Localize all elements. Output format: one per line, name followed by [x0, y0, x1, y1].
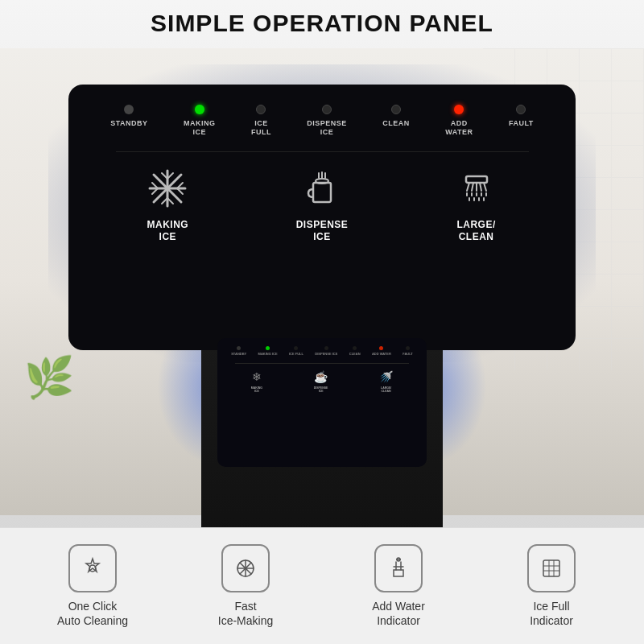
small-ice-full-dot	[294, 346, 298, 350]
large-clean-button[interactable]: LARGE/CLEAN	[454, 167, 498, 244]
indicator-standby: STANDBY	[110, 105, 147, 137]
small-add-water-label: ADD WATER	[372, 352, 391, 356]
small-add-water: ADD WATER	[372, 346, 391, 356]
svg-rect-12	[313, 183, 331, 202]
small-dispense-btn: ☕ DISPENSEICE	[314, 370, 328, 393]
small-making-ice-btn: ❄ MAKINGICE	[251, 370, 262, 393]
feature-ice-full-indicator: Ice FullIndicator	[481, 544, 622, 628]
svg-rect-40	[543, 560, 559, 576]
panel-divider	[116, 151, 529, 152]
add-water-dot	[454, 105, 464, 114]
indicator-row: STANDBY MAKINGICE ICEFULL DISPENSEICE CL…	[93, 101, 551, 137]
fault-label: FAULT	[509, 119, 534, 128]
svg-line-21	[480, 183, 481, 191]
add-water-indicator-label: Add WaterIndicator	[372, 599, 425, 628]
small-making-ice-btn-label: MAKINGICE	[251, 386, 262, 393]
small-dispense: DISPENSE ICE	[315, 346, 337, 356]
standby-dot	[124, 105, 134, 114]
svg-line-22	[484, 183, 486, 191]
ice-full-indicator-label: Ice FullIndicator	[530, 599, 573, 628]
indicator-fault: FAULT	[509, 105, 534, 137]
snowflake-icon	[146, 167, 190, 211]
fault-dot	[516, 105, 526, 114]
ice-full-dot	[256, 105, 266, 114]
small-indicator-row: STANDBY MAKING ICE ICE FULL DISPENSE ICE…	[225, 346, 419, 356]
small-button-row: ❄ MAKINGICE ☕ DISPENSEICE 🚿 LARGE/CLEAN	[225, 370, 419, 393]
feature-bar: One ClickAuto Cleaning FastIce-Making	[0, 527, 644, 644]
standby-label: STANDBY	[110, 119, 147, 128]
indicator-ice-full: ICEFULL	[251, 105, 271, 137]
indicator-dispense-ice: DISPENSEICE	[307, 105, 347, 137]
making-ice-button-label: MAKINGICE	[147, 219, 189, 244]
small-standby: STANDBY	[231, 346, 246, 356]
button-row: MAKINGICE DISPENSEICE	[93, 167, 551, 244]
clean-dot	[391, 105, 401, 114]
making-ice-dot	[195, 105, 204, 114]
dispense-ice-button[interactable]: DISPENSEICE	[296, 167, 349, 244]
add-water-indicator-icon-box	[374, 544, 423, 592]
page-title: SIMPLE OPERATION PANEL	[0, 10, 644, 37]
large-clean-button-label: LARGE/CLEAN	[456, 219, 495, 244]
small-fault-dot	[406, 346, 410, 350]
feature-auto-cleaning: One ClickAuto Cleaning	[23, 544, 163, 628]
making-ice-label: MAKINGICE	[184, 119, 216, 137]
small-panel: STANDBY MAKING ICE ICE FULL DISPENSE ICE…	[217, 338, 427, 467]
svg-point-13	[316, 179, 328, 184]
plant-decoration: 🌿	[24, 354, 74, 401]
clean-label: CLEAN	[382, 119, 410, 128]
svg-rect-17	[466, 176, 487, 183]
fast-ice-making-icon-box	[221, 544, 270, 592]
auto-cleaning-icon-box	[68, 544, 117, 592]
indicator-add-water: ADDWATER	[445, 105, 473, 137]
small-fault: FAULT	[402, 346, 413, 356]
small-fault-label: FAULT	[402, 352, 413, 356]
small-making-ice-label: MAKING ICE	[258, 352, 278, 356]
shower-icon	[454, 167, 498, 211]
fast-ice-making-label: FastIce-Making	[218, 599, 273, 628]
making-ice-button[interactable]: MAKINGICE	[146, 167, 190, 244]
auto-cleaning-label: One ClickAuto Cleaning	[57, 599, 128, 628]
small-dispense-dot	[324, 346, 328, 350]
small-large-clean-btn: 🚿 LARGE/CLEAN	[379, 370, 393, 393]
indicator-making-ice: MAKINGICE	[184, 105, 216, 137]
small-clean: CLEAN	[349, 346, 361, 356]
ice-full-label: ICEFULL	[251, 119, 271, 137]
small-ice-full-label: ICE FULL	[289, 352, 303, 356]
svg-line-18	[467, 183, 469, 191]
cup-icon	[299, 167, 344, 211]
small-dispense-label: DISPENSE ICE	[315, 352, 337, 356]
small-standby-dot	[237, 346, 241, 350]
dispense-ice-dot	[322, 105, 332, 114]
small-clean-dot	[353, 346, 357, 350]
dispense-ice-label: DISPENSEICE	[307, 119, 347, 137]
small-standby-label: STANDBY	[231, 352, 246, 356]
small-add-water-dot	[379, 346, 383, 350]
small-dispense-btn-label: DISPENSEICE	[314, 386, 328, 393]
dispense-ice-button-label: DISPENSEICE	[296, 219, 349, 244]
small-snowflake-icon: ❄	[252, 370, 262, 383]
small-divider	[235, 363, 409, 364]
small-large-clean-btn-label: LARGE/CLEAN	[381, 386, 391, 393]
operation-panel: STANDBY MAKINGICE ICEFULL DISPENSEICE CL…	[68, 85, 576, 350]
small-making-ice-dot	[266, 346, 270, 350]
ice-full-indicator-icon-box	[527, 544, 576, 592]
feature-add-water-indicator: Add WaterIndicator	[328, 544, 469, 628]
feature-fast-ice-making: FastIce-Making	[175, 544, 316, 628]
indicator-clean: CLEAN	[382, 105, 410, 137]
svg-line-19	[472, 183, 473, 191]
add-water-label: ADDWATER	[445, 119, 473, 137]
small-clean-label: CLEAN	[349, 352, 361, 356]
small-cup-icon: ☕	[314, 370, 328, 383]
small-ice-full: ICE FULL	[289, 346, 303, 356]
small-making-ice: MAKING ICE	[258, 346, 278, 356]
small-shower-icon: 🚿	[379, 370, 393, 383]
